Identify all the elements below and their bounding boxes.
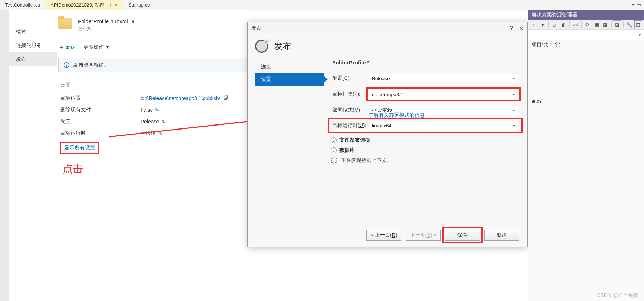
annotation-box: 显示所有设置 [60, 142, 99, 154]
tab-testcontroller[interactable]: TestController.cs [0, 0, 45, 10]
pin-icon[interactable]: ⊟ [635, 21, 642, 29]
tab-startup[interactable]: Startup.cs [123, 0, 155, 10]
dialog-close-icon[interactable]: ✕ [519, 25, 524, 32]
folder-icon [58, 18, 72, 29]
help-icon[interactable]: ? [510, 25, 513, 32]
target-location-value[interactable]: bin\Release\netcoreapp3.1\publish\ [140, 95, 220, 101]
mode-field-label: 部署模式(M): [332, 107, 369, 114]
left-nav: 概述 连接的服务 发布 [9, 10, 57, 66]
banner-text: 发布准备就绪。 [73, 62, 109, 68]
runtime-value: 可移植 [140, 130, 156, 136]
properties-icon[interactable]: ◪ [613, 21, 621, 29]
edit-icon[interactable]: ✎ [158, 130, 162, 136]
chevron-down-icon: ▾ [106, 44, 109, 50]
next-button: 下一页(X) > [406, 230, 441, 241]
spinner-icon [331, 157, 337, 164]
showall-icon[interactable]: ▦ [601, 21, 609, 29]
dialog-sidebar: 连接 设置 [255, 59, 324, 225]
copy-icon[interactable]: 🗐 [223, 95, 228, 101]
dialog-footer: < 上一页(R) 下一页(X) > 保存 取消 [248, 225, 527, 247]
tab-end-controls: ▾ ▭ [629, 0, 644, 10]
runtime-label: 目标运行时 [60, 130, 140, 136]
dropdown-icon[interactable]: ▾ [632, 2, 635, 8]
file-publish-options-expander[interactable]: ⌄ 文件发布选项 [331, 137, 518, 143]
info-icon: i [64, 62, 69, 68]
new-button[interactable]: ＋ 新建 [58, 43, 76, 51]
tab-publish[interactable]: APIDemo20221020: 发布 ⊣ ✕ [45, 0, 123, 10]
more-actions[interactable]: 更多操作 ▾ [83, 44, 109, 51]
config-field-label: 配置(C): [332, 75, 369, 82]
brackets-icon[interactable]: >< [572, 21, 579, 29]
config-label: 配置 [60, 118, 140, 125]
dialog-form-title: FolderProfile * [332, 59, 518, 66]
main-content: FolderProfile.pubxml ▾ 文件夹 ＋ 新建 更多操作 ▾ i… [58, 18, 247, 176]
back-icon[interactable]: ◦ [530, 21, 537, 29]
chevron-down-icon: ⌄ [331, 137, 337, 143]
info-banner: i 发布准备就绪。 [58, 58, 247, 72]
tab-label: APIDemo20221020: 发布 [51, 2, 104, 8]
plus-icon: ＋ [58, 43, 64, 51]
config-field[interactable]: Release ▾ [369, 74, 518, 83]
chevron-down-icon: ⌄ [331, 147, 337, 153]
settings-heading: 设置 [60, 82, 247, 88]
close-icon[interactable]: ✕ [114, 2, 118, 8]
solution-explorer: 解决方案资源管理器 ◦ ▾ ⌂ ◐ >< ⟳ ▣ ▦ ◪ 🔧 ⊟ ▾ 项目/共 … [528, 10, 644, 301]
dialog-form: FolderProfile * 配置(C): Release ▾ 目标框架(F)… [324, 59, 518, 225]
chevron-down-icon: ▾ [513, 76, 515, 81]
target-location-label: 目标位置 [60, 95, 140, 102]
sidebar-item-connection[interactable]: 连接 [255, 61, 324, 73]
delete-existing-label: 删除现有文件 [60, 107, 140, 113]
runtime-field[interactable]: linux-x64 ▾ [369, 121, 518, 130]
left-gutter [0, 10, 9, 301]
annotation-click: 点击 [63, 162, 247, 176]
publish-dialog: 发布 ? ✕ 发布 连接 设置 FolderProfile * 配置(C): R… [247, 22, 528, 247]
runtime-field-label: 目标运行时(U): [332, 122, 369, 129]
nav-services[interactable]: 连接的服务 [9, 39, 57, 52]
save-button[interactable]: 保存 [445, 230, 480, 241]
solution-explorer-toolbar: ◦ ▾ ⌂ ◐ >< ⟳ ▣ ▦ ◪ 🔧 ⊟ [528, 20, 644, 30]
forward-icon[interactable]: ▾ [539, 21, 546, 29]
show-all-settings-link[interactable]: 显示所有设置 [64, 144, 95, 150]
profile-file[interactable]: FolderProfile.pubxml ▾ [78, 18, 135, 25]
collapse-icon[interactable]: ▣ [593, 21, 600, 29]
dialog-body: 发布 连接 设置 FolderProfile * 配置(C): Release … [248, 35, 527, 225]
prev-button[interactable]: < 上一页(R) [366, 230, 401, 241]
loading-row: 正在发现数据上下文... [331, 157, 518, 164]
config-value: Release [140, 119, 159, 124]
file-item[interactable]: er.cs [528, 97, 644, 105]
dialog-title: 发布 [251, 25, 261, 32]
nav-publish[interactable]: 发布 [9, 52, 57, 66]
chevron-down-icon[interactable]: ▾ [132, 18, 135, 24]
edit-icon[interactable]: ✎ [161, 119, 166, 124]
home-icon[interactable]: ⌂ [551, 21, 558, 29]
watermark: CSDN @红目香薰 [597, 292, 638, 299]
solution-explorer-title: 解决方案资源管理器 [528, 10, 644, 20]
tab-bar: TestController.cs APIDemo20221020: 发布 ⊣ … [0, 0, 644, 10]
cancel-button[interactable]: 取消 [484, 230, 519, 241]
refresh-icon[interactable]: ⟳ [584, 21, 591, 29]
edit-icon[interactable]: ✎ [155, 107, 159, 113]
dialog-titlebar: 发布 ? ✕ [248, 22, 527, 35]
nav-overview[interactable]: 概述 [9, 25, 57, 39]
solution-search[interactable]: ▾ [528, 30, 644, 40]
window-icon[interactable]: ▭ [637, 2, 641, 8]
delete-existing-value: False [140, 107, 153, 113]
wrench-icon[interactable]: 🔧 [626, 21, 633, 29]
profile-sub: 文件夹 [78, 26, 135, 32]
search-dropdown-icon[interactable]: ▾ [639, 32, 641, 37]
settings-block: 设置 目标位置 bin\Release\netcoreapp3.1\publis… [58, 82, 247, 176]
chevron-down-icon: ▾ [513, 123, 515, 128]
database-expander[interactable]: ⌄ 数据库 [331, 147, 518, 154]
framework-field-label: 目标框架(F): [332, 91, 369, 98]
chevron-down-icon: ▾ [513, 92, 515, 97]
framework-field[interactable]: netcoreapp3.1 ▾ [369, 90, 518, 99]
globe-publish-icon [255, 40, 268, 53]
solution-count: 项目/共 1 个) [528, 40, 644, 49]
dialog-heading: 发布 [274, 40, 291, 52]
pin-icon[interactable]: ⊣ [107, 2, 111, 8]
sync-icon[interactable]: ◐ [560, 21, 567, 29]
sidebar-item-settings[interactable]: 设置 [255, 73, 324, 86]
chevron-down-icon: ▾ [513, 108, 515, 113]
